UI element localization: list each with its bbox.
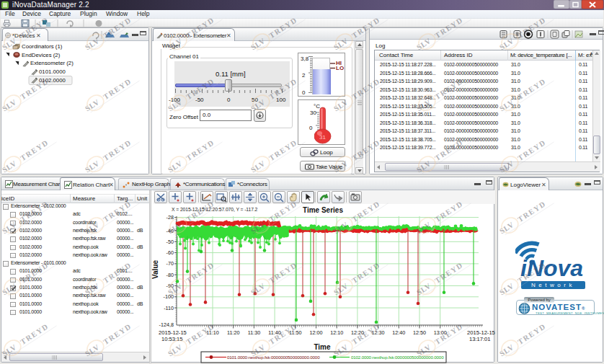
svg-text:12:10: 12:10 [330,329,343,336]
svg-text:11:20: 11:20 [227,329,239,336]
svg-text:Time: Time [314,343,331,351]
svg-text:X = 2015-12-15 12:20:57.070, Y: X = 2015-12-15 12:20:57.070, Y = -117.2 [172,207,258,212]
svg-text:0102.0000:nexthop.fsk:00000005: 0102.0000:nexthop.fsk:0000000500000000.0… [351,355,444,360]
svg-text:-80: -80 [166,272,174,278]
svg-text:31: 31 [319,134,326,141]
svg-text:Time Series: Time Series [303,206,343,214]
svg-text:12:50: 12:50 [413,329,426,336]
svg-text:-28: -28 [166,214,174,221]
svg-text:11:40: 11:40 [268,329,280,336]
svg-text:11:30: 11:30 [248,329,260,336]
svg-text:0101.0000:nexthop.fsk:00000005: 0101.0000:nexthop.fsk:0000000500000000.0… [227,355,320,360]
svg-text:13:17:01: 13:17:01 [469,336,491,342]
svg-text:-124,8: -124,8 [159,321,174,328]
svg-text:10:53:15: 10:53:15 [161,336,183,342]
svg-text:13:00: 13:00 [434,329,447,336]
svg-text:-60: -60 [166,249,174,256]
svg-text:-70: -70 [166,260,174,267]
svg-text:2015-12-15: 2015-12-15 [159,329,187,336]
svg-text:12:40: 12:40 [392,329,405,336]
svg-text:12:20: 12:20 [351,329,364,336]
svg-text:-40: -40 [166,228,174,234]
svg-text:11:50: 11:50 [289,329,301,336]
svg-text:-90: -90 [166,283,174,289]
svg-text:-100: -100 [164,293,174,300]
svg-text:11:10: 11:10 [206,329,218,336]
svg-text:2015-12-15: 2015-12-15 [467,329,495,336]
svg-text:12:30: 12:30 [372,329,385,336]
svg-text:12:00: 12:00 [310,329,323,336]
svg-text:-50: -50 [166,239,174,245]
svg-text:-110: -110 [164,305,174,311]
svg-text:Value: Value [151,260,159,280]
